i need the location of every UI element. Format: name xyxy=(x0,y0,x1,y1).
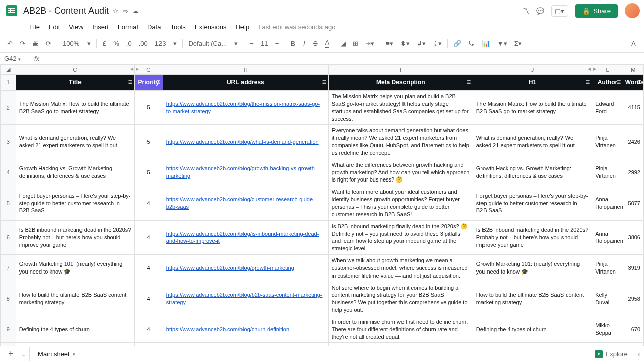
chevron-left-icon[interactable]: ‹ xyxy=(638,350,640,351)
chart-button[interactable]: 📊 xyxy=(479,38,493,49)
col-head-G[interactable]: ▶G xyxy=(135,65,163,75)
menu-file[interactable]: File xyxy=(25,21,44,33)
avatar[interactable] xyxy=(625,3,640,18)
comment-icon[interactable]: 💬 xyxy=(536,7,544,15)
cell-priority[interactable]: 4 xyxy=(135,282,163,316)
cell-title[interactable]: Defining the 4 types of churn xyxy=(16,316,134,343)
number-format-button[interactable]: 123 xyxy=(152,38,169,49)
cell-author[interactable]: Anna Holopainen xyxy=(592,186,623,220)
functions-button[interactable]: Σ▾ xyxy=(511,38,525,49)
cell-meta[interactable]: When we talk about growth marketing we m… xyxy=(328,255,473,282)
cell-priority[interactable]: 5 xyxy=(135,159,163,186)
cell-url[interactable]: https://www.advanceb2b.com/blog/churn-de… xyxy=(163,316,328,343)
cell-url[interactable]: https://www.advanceb2b.com/blog/what-is-… xyxy=(163,125,328,159)
redo-button[interactable]: ↷ xyxy=(17,38,28,49)
row-head-6[interactable]: 6 xyxy=(1,220,16,254)
cell-priority[interactable]: 5 xyxy=(135,90,163,125)
fill-color-button[interactable]: ◢ xyxy=(338,38,349,49)
present-icon[interactable]: ▢▾ xyxy=(551,5,568,17)
row-head-1[interactable]: 1 xyxy=(1,75,16,90)
filter-icon[interactable]: ☰ xyxy=(637,80,641,85)
font-size-plus[interactable]: + xyxy=(272,38,282,49)
cell-priority[interactable]: 4 xyxy=(135,255,163,282)
filter-icon[interactable]: ☰ xyxy=(322,80,326,85)
col-head-L[interactable]: ▶L xyxy=(592,65,623,75)
filter-icon[interactable]: ☰ xyxy=(156,80,160,85)
last-edit[interactable]: Last edit was seconds ago xyxy=(258,23,335,31)
print-button[interactable]: 🖶 xyxy=(29,38,42,49)
cell-title[interactable]: Growth Marketing 101: (nearly) everythin… xyxy=(16,255,134,282)
select-all-cell[interactable]: ◢ xyxy=(1,65,16,75)
header-words[interactable]: Words☰ xyxy=(623,75,643,90)
menu-help[interactable]: Help xyxy=(231,21,253,33)
menu-data[interactable]: Data xyxy=(143,21,165,33)
menu-view[interactable]: View xyxy=(65,21,87,33)
rotate-button[interactable]: ⤹▾ xyxy=(430,38,445,49)
cell-h1[interactable]: Is B2B inbound marketing dead in the 202… xyxy=(473,220,592,254)
sheets-logo-icon[interactable] xyxy=(4,3,19,18)
currency-button[interactable]: £ xyxy=(99,38,109,49)
font-select[interactable]: Default (Ca... xyxy=(185,38,230,49)
cell-url[interactable]: https://www.advanceb2b.com/blog/growth-m… xyxy=(163,255,328,282)
menu-insert[interactable]: Insert xyxy=(88,21,113,33)
paint-format-button[interactable]: ⟳ xyxy=(43,38,54,49)
v-align-button[interactable]: ⬍▾ xyxy=(397,38,413,49)
header-h1[interactable]: H1☰ xyxy=(473,75,592,90)
cell-words[interactable]: 3919 xyxy=(623,255,643,282)
cell-title[interactable]: Forget buyer personas – Here's your step… xyxy=(16,186,134,220)
cell-url[interactable]: https://www.advanceb2b.com/blog/the-miss… xyxy=(163,90,328,125)
menu-edit[interactable]: Edit xyxy=(45,21,64,33)
cell-priority[interactable]: 5 xyxy=(135,125,163,159)
menu-extensions[interactable]: Extensions xyxy=(191,21,231,33)
cell-h1[interactable]: Defining the 4 types of churn xyxy=(473,316,592,343)
header-priority[interactable]: Priority☰ xyxy=(135,75,163,90)
cell-author[interactable]: Pinja Virtanen xyxy=(592,255,623,282)
cell-priority[interactable]: 4 xyxy=(135,220,163,254)
cell-words[interactable]: 4115 xyxy=(623,90,643,125)
cell-title[interactable]: Is B2B inbound marketing dead in the 202… xyxy=(16,220,134,254)
col-head-C[interactable]: ◀C xyxy=(16,65,134,75)
cell-meta[interactable]: Not sure where to begin when it comes to… xyxy=(328,282,473,316)
font-size[interactable]: 11 xyxy=(258,38,271,49)
cell-words[interactable]: 5077 xyxy=(623,186,643,220)
filter-icon[interactable]: ☰ xyxy=(128,80,132,85)
merge-button[interactable]: ⇥▾ xyxy=(362,38,377,49)
cell-words[interactable]: 3806 xyxy=(623,220,643,254)
row-head-3[interactable]: 3 xyxy=(1,125,16,159)
cell-h1[interactable]: What is demand generation, really? We as… xyxy=(473,125,592,159)
row-head-8[interactable]: 8 xyxy=(1,282,16,316)
sheet-grid[interactable]: ◢◀C▶GHI◀J▶LM 1Title☰Priority☰URL address… xyxy=(0,64,644,351)
borders-button[interactable]: ⊞ xyxy=(350,38,361,49)
col-head-M[interactable]: M xyxy=(623,65,643,75)
cell-h1[interactable]: Growth Marketing 101: (nearly) everythin… xyxy=(473,255,592,282)
header-url address[interactable]: URL address☰ xyxy=(163,75,328,90)
font-size-minus[interactable]: − xyxy=(247,38,257,49)
share-button[interactable]: 🔒 Share xyxy=(575,4,618,18)
cell-title[interactable]: What is demand generation, really? We as… xyxy=(16,125,134,159)
filter-button[interactable]: ▼▾ xyxy=(494,38,510,49)
cell-title[interactable]: How to build the ultimate B2B SaaS conte… xyxy=(16,282,134,316)
cell-url[interactable]: https://www.advanceb2b.com/blog/b2b-saas… xyxy=(163,282,328,316)
header-meta description[interactable]: Meta Description☰ xyxy=(328,75,473,90)
col-head-H[interactable]: H xyxy=(163,65,328,75)
comment-add-button[interactable]: 🗨 xyxy=(465,38,478,49)
cell-url[interactable]: https://www.advanceb2b.com/blog/growth-h… xyxy=(163,159,328,186)
text-color-button[interactable]: A xyxy=(322,37,333,50)
cell-author[interactable]: Kelly Duval xyxy=(592,282,623,316)
italic-button[interactable]: I xyxy=(299,38,309,49)
h-align-button[interactable]: ≡▾ xyxy=(383,38,396,49)
decrease-decimal-button[interactable]: .0 xyxy=(123,38,135,49)
cell-meta[interactable]: The Mission Matrix helps you plan and bu… xyxy=(328,90,473,125)
sheet-tab-main[interactable]: Main sheet▾ xyxy=(29,347,84,351)
bold-button[interactable]: B xyxy=(288,38,298,49)
trend-icon[interactable]: 〽 xyxy=(523,7,529,15)
filter-icon[interactable]: ☰ xyxy=(586,80,590,85)
move-icon[interactable]: ⇨ xyxy=(123,7,128,15)
cell-meta[interactable]: Everyone talks about demand generation b… xyxy=(328,125,473,159)
star-icon[interactable]: ☆ xyxy=(113,7,119,15)
header-author[interactable]: Author☰ xyxy=(592,75,623,90)
cell-h1[interactable]: The Mission Matrix: How to build the ult… xyxy=(473,90,592,125)
percent-button[interactable]: % xyxy=(110,38,122,49)
cell-words[interactable]: 670 xyxy=(623,316,643,343)
explore-button[interactable]: ✦ Explore xyxy=(590,348,633,351)
